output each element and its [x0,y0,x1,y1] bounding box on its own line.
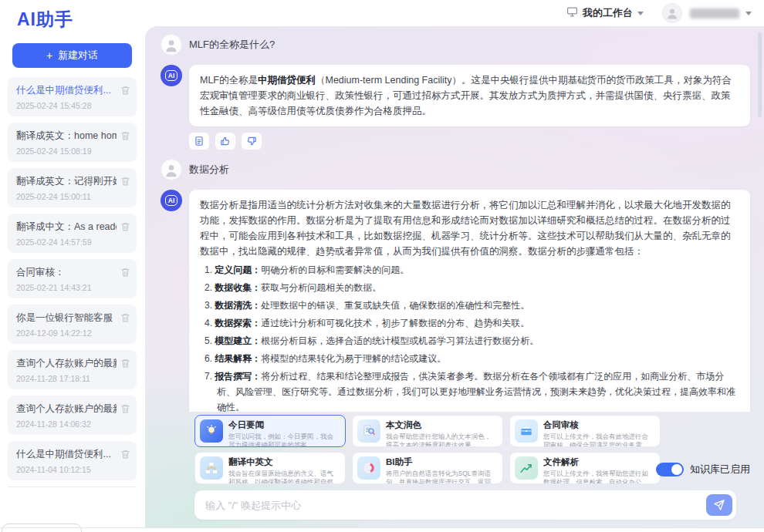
step-number: 1. [205,264,212,275]
message-input[interactable] [205,500,706,511]
card-title: 合同审核 [543,420,654,430]
copy-icon[interactable] [189,133,209,150]
thumb-down-icon[interactable] [242,133,262,150]
ai-badge: AI [165,70,177,82]
card-text-polish[interactable]: 本文润色 我会帮助您进行您输入的文本润色，提高文本的流畅度和表达效果。 [352,415,503,447]
step-label: 数据探索： [215,318,261,328]
header: 我的工作台 [566,0,764,26]
ai-avatar: AI [161,65,182,86]
toggle-on-icon[interactable] [656,463,684,476]
conversation-time: 2025-02-24 14:57:59 [16,237,117,247]
step-number: 7. [205,371,212,382]
step-number: 5. [205,335,212,346]
ai-message-bubble: MLF的全称是中期借贷便利（Medium-term Lending Facili… [189,65,750,126]
step-item: 1. 定义问题：明确分析的目标和需要解决的问题。 [205,262,739,278]
step-label: 定义问题： [215,264,261,275]
message-area: MLF的全称是什么? AI MLF的全称是中期借贷便利（Medium-term … [145,26,753,412]
trash-icon[interactable] [120,449,130,460]
conversation-item[interactable]: 翻译成英文：home home 2025-02-24 15:08:19 [8,123,137,162]
step-number: 2. [205,282,212,293]
conversation-item[interactable]: 查询个人存款账户的最新... 2024-11-28 14:06:32 [8,396,137,435]
scrollbar[interactable] [758,32,762,117]
step-number: 4. [205,318,212,328]
step-label: 数据清洗： [215,300,261,311]
card-body: 合同审核 您可以上传文件，我会有效地进行合同审核，确保合同满足您的业务需求。 [543,419,654,443]
conversation-item[interactable]: 合同审核： 2025-02-21 14:43:21 [8,259,137,298]
trash-icon[interactable] [120,85,130,96]
briefcase-icon [515,419,538,443]
conversation-item[interactable]: 什么是中期借贷便利... 2025-02-24 15:45:28 [8,77,137,116]
card-desc: 我会帮助您进行您输入的文本润色，提高文本的流畅度和表达效果。 [386,433,497,447]
send-button[interactable] [706,494,732,516]
user-name-redacted [690,8,739,19]
step-text: 处理数据中的错误、重复或缺失值，确保数据的准确性和完整性。 [261,300,529,311]
ai-message-bubble: 数据分析是指用适当的统计分析方法对收集来的大量数据进行分析，将它们加以汇总和理解… [189,190,750,412]
trash-icon[interactable] [120,403,130,414]
conversation-item[interactable]: 查询个人存款账户的最新... 2024-11-28 17:18:11 [8,350,137,389]
card-today-news[interactable]: 今日要闻 您可以问我，例如：今日要闻，我会尽力提供准确和可靠的答案。 [194,415,346,447]
trash-icon[interactable] [120,130,130,141]
conversation-title: 翻译成英文：记得刚开始... [16,175,117,188]
chevron-down-icon [637,12,644,15]
conversation-title: 合同审核： [16,266,117,279]
card-title: 翻译中英文 [228,457,340,467]
conversation-item[interactable]: 翻译成中文：As a reader... 2025-02-24 14:57:59 [8,214,137,253]
trash-icon[interactable] [120,358,130,369]
conversation-title: 你是一位银行智能客服，... [16,311,117,325]
trash-icon[interactable] [120,267,130,278]
new-chat-button[interactable]: + 新建对话 [12,43,132,68]
trash-icon[interactable] [120,312,130,323]
card-contract-review[interactable]: 合同审核 您可以上传文件，我会有效地进行合同审核，确保合同满足您的业务需求。 [509,415,661,447]
message-actions [189,133,750,150]
step-label: 数据收集： [215,282,261,293]
conversation-item[interactable]: 什么是中期借贷便利... 2024-11-04 10:12:15 [8,441,137,480]
knowledge-base-label: 知识库已启用 [690,463,750,476]
conversation-time: 2025-02-24 15:08:19 [16,146,117,156]
step-number: 6. [205,353,212,364]
conversation-item[interactable]: 翻译成英文：记得刚开始... 2025-02-24 15:00:11 [8,168,137,207]
step-item: 6. 结果解释：将模型的结果转化为易于理解的结论或建议。 [205,351,739,366]
step-item: 4. 数据探索：通过统计分析和可视化技术，初步了解数据的分布、趋势和关联。 [205,315,739,331]
step-text: 通过统计分析和可视化技术，初步了解数据的分布、趋势和关联。 [261,318,529,328]
step-text: 将分析过程、结果和结论整理成报告，供决策者参考。数据分析在各个领域都有广泛的应用… [217,371,735,412]
user-avatar[interactable] [662,3,682,23]
step-item: 3. 数据清洗：处理数据中的错误、重复或缺失值，确保数据的准确性和完整性。 [205,298,739,313]
bottom-zone: 今日要闻 您可以问我，例如：今日要闻，我会尽力提供准确和可靠的答案。 本文润色 … [194,415,752,520]
step-text: 将模型的结果转化为易于理解的结论或建议。 [261,353,446,364]
user-menu[interactable] [690,8,752,19]
card-desc: 我会旨在保留原始信息的含义、语气和风格，以确保翻译的准确性和自然流畅。 [228,470,340,484]
chat-panel: MLF的全称是什么? AI MLF的全称是中期借贷便利（Medium-term … [145,26,764,527]
trash-icon[interactable] [120,221,130,232]
conversation-time: 2024-11-28 14:06:32 [16,419,117,429]
conversation-title: 什么是中期借贷便利... [16,448,117,461]
conversation-list: 什么是中期借贷便利... 2025-02-24 15:45:28 翻译成英文：h… [0,77,144,480]
card-body: 文件解析 您可以上传文件，我将帮助您进行如数据处理、信息检索、自动化办公等。 [543,456,654,480]
conversation-title: 翻译成中文：As a reader... [16,221,117,234]
step-text: 根据分析目标，选择合适的统计模型或机器学习算法进行数据分析。 [261,335,539,346]
step-item: 7. 报告撰写：将分析过程、结果和结论整理成报告，供决策者参考。数据分析在各个领… [205,369,739,412]
conversation-item[interactable]: 你是一位银行智能客服，... 2024-12-09 14:22:12 [8,305,137,344]
conversation-title: 查询个人存款账户的最新... [16,402,117,416]
card-file-analysis[interactable]: 文件解析 您可以上传文件，我将帮助您进行如数据处理、信息检索、自动化办公等。 [509,452,661,484]
step-label: 结果解释： [215,353,261,364]
conversation-time: 2024-12-09 14:22:12 [16,328,117,338]
knowledge-base-toggle[interactable]: 知识库已启用 [656,463,750,476]
user-message: MLF的全称是什么? [161,34,750,56]
thumb-up-icon[interactable] [215,133,235,150]
user-message: 数据分析 [161,159,750,180]
trend-chart-icon [515,456,538,480]
trash-icon[interactable] [120,176,130,187]
conversation-title: 查询个人存款账户的最新... [16,357,117,370]
card-bi-assistant[interactable]: BI助手 将用户的自然语言转化为SQL查询语句，并直接与数据库进行交互，返回智能… [352,452,503,484]
chevron-down-icon [745,12,752,15]
card-translate[interactable]: 翻译中英文 我会旨在保留原始信息的含义、语气和风格，以确保翻译的准确性和自然流畅… [194,452,346,484]
ai-message: AI MLF的全称是中期借贷便利（Medium-term Lending Fac… [161,65,750,126]
pie-chart-icon [357,456,380,480]
workspace-menu[interactable]: 我的工作台 [566,6,644,20]
step-text: 明确分析的目标和需要解决的问题。 [261,264,409,275]
workspace-label: 我的工作台 [583,6,633,20]
monitor-icon [566,7,578,19]
card-desc: 将用户的自然语言转化为SQL查询语句，并直接与数据库进行交互，返回智能推荐的图表… [386,470,497,484]
conversation-title: 什么是中期借贷便利... [16,84,117,97]
card-body: 本文润色 我会帮助您进行您输入的文本润色，提高文本的流畅度和表达效果。 [386,419,497,443]
